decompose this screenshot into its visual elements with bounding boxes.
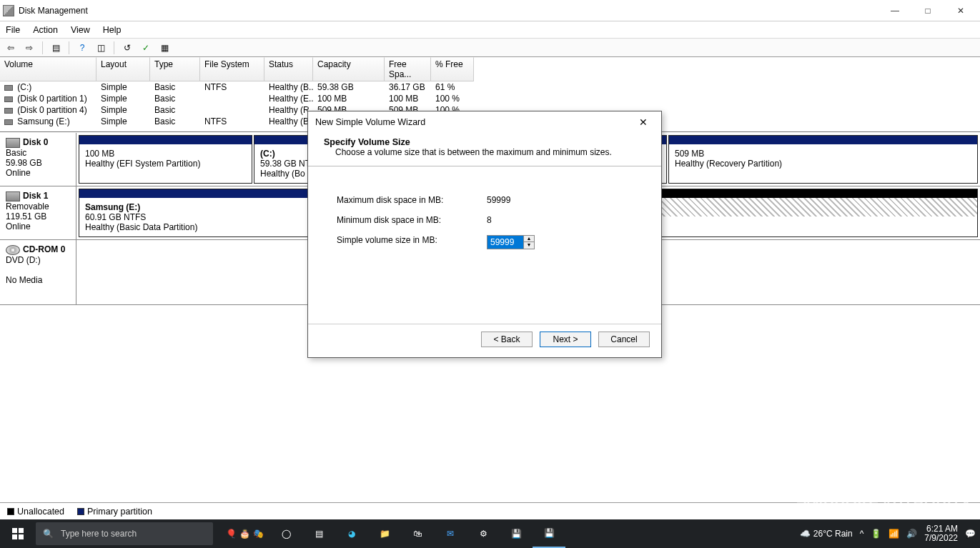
disk-state: Online bbox=[6, 168, 70, 178]
col-type[interactable]: Type bbox=[150, 57, 200, 81]
min-space-value: 8 bbox=[487, 215, 492, 225]
taskbar: 🔍 Type here to search 🎈🎂🎭 ◯ ▤ ◕ 📁 🛍 ✉ ⚙ … bbox=[0, 519, 980, 548]
search-icon: 🔍 bbox=[43, 529, 54, 539]
diskmgmt-active-icon[interactable]: 💾 bbox=[533, 519, 565, 548]
disk-icon bbox=[6, 138, 20, 148]
tray-wifi-icon[interactable]: 📶 bbox=[889, 529, 899, 539]
partition-name: Samsung (E:) bbox=[85, 202, 140, 212]
app-icon bbox=[3, 5, 14, 16]
table-row[interactable]: (C:)SimpleBasicNTFSHealthy (B...59.38 GB… bbox=[0, 81, 980, 93]
toolbar: ⇦ ⇨ ▤ ? ◫ ↺ ✓ ▦ bbox=[0, 39, 980, 57]
settings-icon[interactable]: ⚙ bbox=[467, 519, 500, 548]
title-bar: Disk Management — □ ✕ bbox=[0, 0, 980, 21]
disk-name: CD-ROM 0 bbox=[23, 244, 65, 254]
wizard-dialog: New Simple Volume Wizard ✕ Specify Volum… bbox=[307, 111, 662, 358]
notifications-icon[interactable]: 💬 bbox=[965, 529, 976, 539]
spinner-up-icon[interactable]: ▲ bbox=[524, 236, 534, 242]
cancel-button[interactable]: Cancel bbox=[598, 332, 650, 347]
store-icon[interactable]: 🛍 bbox=[401, 519, 434, 548]
menu-help[interactable]: Help bbox=[103, 25, 122, 35]
taskview-icon[interactable]: ◯ bbox=[269, 519, 302, 548]
properties-icon[interactable]: ◫ bbox=[93, 41, 109, 55]
wizard-heading: Specify Volume Size bbox=[324, 137, 410, 147]
refresh-icon[interactable]: ↺ bbox=[119, 41, 135, 55]
tray-volume-icon[interactable]: 🔊 bbox=[906, 529, 917, 539]
svg-rect-3 bbox=[19, 534, 24, 539]
disk-size: 59.98 GB bbox=[6, 158, 70, 168]
edge-icon[interactable]: ◕ bbox=[335, 519, 368, 548]
wizard-subheading: Choose a volume size that is between the… bbox=[335, 147, 645, 157]
close-button[interactable]: ✕ bbox=[944, 1, 977, 21]
disk-state: No Media bbox=[6, 275, 70, 285]
weather-widget[interactable]: ☁️ 26°C Rain bbox=[800, 529, 852, 539]
volume-size-input[interactable] bbox=[487, 236, 523, 249]
col-layout[interactable]: Layout bbox=[96, 57, 150, 81]
forward-icon[interactable]: ⇨ bbox=[21, 41, 37, 55]
legend-unallocated: Unallocated bbox=[17, 507, 64, 517]
wizard-close-icon[interactable]: ✕ bbox=[633, 111, 654, 133]
legend-primary: Primary partition bbox=[87, 507, 152, 517]
disk-type: DVD (D:) bbox=[6, 255, 70, 265]
col-free[interactable]: Free Spa... bbox=[385, 57, 431, 81]
volume-list-header: Volume Layout Type File System Status Ca… bbox=[0, 57, 980, 81]
minimize-button[interactable]: — bbox=[878, 1, 911, 21]
disk-name: Disk 0 bbox=[23, 137, 48, 147]
cdrom-icon bbox=[6, 245, 20, 255]
menu-action[interactable]: Action bbox=[33, 25, 58, 35]
table-row[interactable]: (Disk 0 partition 1)SimpleBasicHealthy (… bbox=[0, 93, 980, 104]
disk-info[interactable]: Disk 0 Basic 59.98 GB Online bbox=[0, 133, 76, 186]
spinner-down-icon[interactable]: ▼ bbox=[524, 242, 534, 249]
max-space-value: 59999 bbox=[487, 195, 510, 205]
swatch-unallocated bbox=[7, 508, 14, 515]
back-icon[interactable]: ⇦ bbox=[3, 41, 19, 55]
col-pctfree[interactable]: % Free bbox=[431, 57, 474, 81]
disk-info[interactable]: Disk 1 Removable 119.51 GB Online bbox=[0, 186, 76, 239]
col-capacity[interactable]: Capacity bbox=[313, 57, 385, 81]
view-icon[interactable]: ▤ bbox=[48, 41, 64, 55]
svg-rect-2 bbox=[12, 534, 17, 539]
partition[interactable]: 509 MB Healthy (Recovery Partition) bbox=[668, 135, 978, 184]
tray-battery-icon[interactable]: 🔋 bbox=[871, 529, 881, 539]
partition-desc: Healthy (EFI System Partition) bbox=[85, 159, 246, 169]
checkbox-icon[interactable]: ✓ bbox=[138, 41, 154, 55]
wizard-title: New Simple Volume Wizard bbox=[315, 117, 425, 127]
min-space-label: Minimum disk space in MB: bbox=[337, 215, 487, 225]
window-title: Disk Management bbox=[19, 6, 878, 16]
back-button[interactable]: < Back bbox=[481, 332, 533, 347]
search-box[interactable]: 🔍 Type here to search bbox=[36, 522, 213, 545]
maximize-button[interactable]: □ bbox=[911, 1, 944, 21]
news-icons[interactable]: 🎈🎂🎭 bbox=[226, 529, 264, 539]
next-button[interactable]: Next > bbox=[540, 332, 591, 347]
tray-chevron-icon[interactable]: ^ bbox=[860, 529, 864, 539]
menu-view[interactable]: View bbox=[71, 25, 90, 35]
tray-clock[interactable]: 6:21 AM 7/9/2022 bbox=[924, 524, 958, 543]
max-space-label: Maximum disk space in MB: bbox=[337, 195, 487, 205]
explorer-icon[interactable]: 📁 bbox=[368, 519, 401, 548]
swatch-primary bbox=[77, 508, 84, 515]
partition-size: 509 MB bbox=[675, 149, 971, 159]
disk-type: Basic bbox=[6, 148, 70, 158]
col-filesystem[interactable]: File System bbox=[200, 57, 264, 81]
disk-state: Online bbox=[6, 221, 70, 231]
legend: Unallocated Primary partition bbox=[0, 502, 980, 519]
disk-size: 119.51 GB bbox=[6, 211, 70, 221]
col-status[interactable]: Status bbox=[264, 57, 313, 81]
menu-file[interactable]: File bbox=[6, 25, 20, 35]
help-icon[interactable]: ? bbox=[74, 41, 90, 55]
cortana-icon[interactable]: ▤ bbox=[302, 519, 335, 548]
col-volume[interactable]: Volume bbox=[0, 57, 96, 81]
partition-size: 100 MB bbox=[85, 149, 246, 159]
partition[interactable]: 100 MB Healthy (EFI System Partition) bbox=[79, 135, 252, 184]
menu-bar: File Action View Help bbox=[0, 21, 980, 39]
disk-name: Disk 1 bbox=[23, 191, 48, 201]
diskmgmt-icon[interactable]: 💾 bbox=[500, 519, 533, 548]
mail-icon[interactable]: ✉ bbox=[434, 519, 467, 548]
partition-unallocated[interactable] bbox=[659, 189, 978, 237]
disk-info[interactable]: CD-ROM 0 DVD (D:) No Media bbox=[0, 240, 76, 304]
partition-desc: Healthy (Recovery Partition) bbox=[675, 159, 971, 169]
disk-type: Removable bbox=[6, 201, 70, 211]
start-button[interactable] bbox=[1, 519, 34, 548]
volume-size-spinner: ▲ ▼ bbox=[487, 235, 535, 249]
partition-name: (C:) bbox=[260, 149, 275, 159]
list-icon[interactable]: ▦ bbox=[157, 41, 172, 55]
